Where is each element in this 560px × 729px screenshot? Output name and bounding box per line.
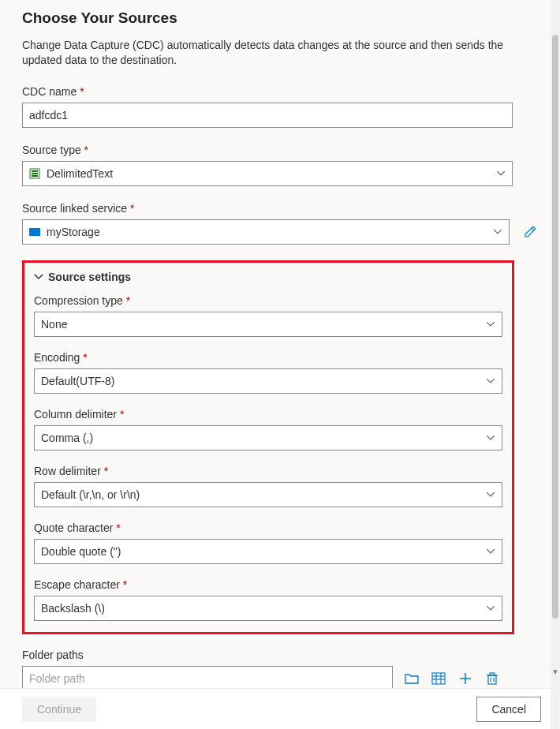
svg-rect-11 (488, 675, 496, 684)
row-delimiter-label-text: Row delimiter (34, 465, 101, 477)
escape-character-select[interactable]: Backslash (\) (34, 596, 502, 621)
delimitedtext-icon (29, 168, 40, 179)
compression-type-label-text: Compression type (34, 294, 123, 307)
column-delimiter-label-text: Column delimiter (34, 408, 117, 421)
page-title: Choose Your Sources (22, 9, 543, 27)
encoding-value: Default(UTF-8) (41, 375, 114, 387)
quote-character-label-text: Quote character (34, 522, 113, 534)
preview-data-button[interactable] (431, 671, 446, 686)
cdc-name-label: CDC name * (22, 85, 543, 98)
escape-character-label-text: Escape character (34, 578, 120, 591)
column-delimiter-label: Column delimiter * (34, 408, 502, 421)
chevron-down-icon (486, 490, 495, 499)
required-asterisk: * (123, 578, 127, 591)
svg-rect-3 (32, 175, 38, 177)
continue-button-label: Continue (37, 703, 81, 716)
source-type-value: DelimitedText (47, 167, 113, 180)
source-type-select[interactable]: DelimitedText (22, 161, 513, 186)
cdc-name-value: adfcdc1 (29, 109, 68, 122)
row-delimiter-value: Default (\r,\n, or \r\n) (41, 488, 140, 501)
source-linked-service-value: myStorage (47, 226, 100, 238)
chevron-down-icon (486, 433, 495, 443)
chevron-down-icon (34, 274, 43, 280)
browse-folder-button[interactable] (404, 671, 420, 686)
source-linked-service-select[interactable]: myStorage (22, 219, 510, 245)
add-folder-path-button[interactable] (457, 671, 473, 686)
source-type-label: Source type * (22, 144, 543, 156)
cdc-name-input[interactable]: adfcdc1 (22, 103, 513, 128)
chevron-down-icon (496, 169, 506, 178)
svg-rect-15 (490, 673, 495, 675)
svg-rect-2 (32, 173, 38, 174)
escape-character-label: Escape character * (34, 578, 502, 591)
chevron-down-icon (486, 320, 495, 329)
source-settings-section: Source settings Compression type * None … (22, 260, 514, 634)
folder-path-placeholder: Folder path (29, 672, 85, 685)
required-asterisk: * (120, 408, 124, 421)
row-delimiter-label: Row delimiter * (34, 465, 502, 477)
source-settings-heading: Source settings (48, 271, 131, 283)
chevron-down-icon (486, 604, 495, 613)
required-asterisk: * (130, 202, 134, 215)
cancel-button-label: Cancel (491, 703, 526, 716)
compression-type-label: Compression type * (34, 294, 502, 307)
scrollbar-thumb[interactable] (552, 35, 558, 619)
escape-character-value: Backslash (\) (41, 602, 105, 615)
encoding-select[interactable]: Default(UTF-8) (34, 368, 502, 394)
column-delimiter-value: Comma (,) (41, 432, 93, 444)
row-delimiter-select[interactable]: Default (\r,\n, or \r\n) (34, 482, 502, 507)
compression-type-value: None (41, 318, 67, 331)
storage-icon (29, 228, 40, 236)
source-linked-service-label-text: Source linked service (22, 202, 127, 215)
required-asterisk: * (80, 85, 84, 98)
page-description: Change Data Capture (CDC) automatically … (22, 38, 511, 68)
svg-rect-1 (32, 170, 38, 172)
delete-folder-path-button[interactable] (484, 671, 500, 686)
encoding-label: Encoding * (34, 351, 502, 364)
edit-linked-service-button[interactable] (517, 219, 543, 245)
scrollbar-down-arrow[interactable]: ▼ (551, 667, 560, 677)
folder-path-input[interactable]: Folder path (22, 666, 393, 691)
compression-type-select[interactable]: None (34, 312, 502, 337)
cdc-name-label-text: CDC name (22, 85, 77, 98)
chevron-down-icon (486, 547, 495, 556)
required-asterisk: * (116, 522, 120, 534)
cancel-button[interactable]: Cancel (476, 697, 541, 722)
folder-paths-label: Folder paths (22, 649, 543, 661)
encoding-label-text: Encoding (34, 351, 80, 364)
quote-character-select[interactable]: Double quote (") (34, 539, 502, 564)
source-linked-service-label: Source linked service * (22, 202, 543, 215)
column-delimiter-select[interactable]: Comma (,) (34, 425, 502, 450)
quote-character-label: Quote character * (34, 522, 502, 534)
required-asterisk: * (126, 294, 130, 307)
quote-character-value: Double quote (") (41, 545, 121, 558)
chevron-down-icon (493, 227, 502, 237)
required-asterisk: * (83, 351, 87, 364)
required-asterisk: * (84, 144, 88, 156)
source-settings-toggle[interactable]: Source settings (34, 271, 502, 283)
source-type-label-text: Source type (22, 144, 81, 156)
chevron-down-icon (486, 376, 495, 386)
continue-button: Continue (22, 697, 96, 722)
svg-rect-4 (432, 673, 445, 684)
required-asterisk: * (104, 465, 108, 477)
